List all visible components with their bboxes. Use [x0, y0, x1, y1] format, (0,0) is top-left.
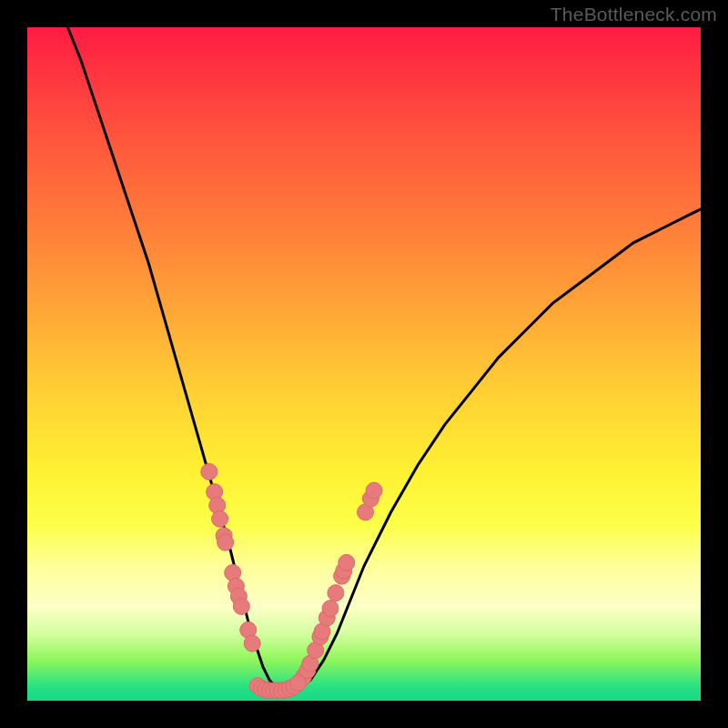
data-marker — [290, 675, 307, 692]
chart-frame: TheBottleneck.com — [0, 0, 728, 728]
data-marker — [201, 463, 217, 480]
plot-area — [27, 27, 701, 701]
data-marker — [328, 585, 344, 602]
bottleneck-curve — [67, 27, 701, 687]
data-marker — [339, 554, 355, 571]
data-marker — [217, 534, 234, 551]
data-marker — [233, 598, 249, 614]
curve-path — [67, 27, 701, 687]
data-markers — [201, 463, 382, 699]
data-marker — [366, 482, 382, 499]
data-marker — [212, 511, 228, 527]
data-marker — [322, 601, 339, 617]
curve-svg — [27, 27, 701, 701]
watermark-text: TheBottleneck.com — [551, 4, 717, 25]
data-marker — [244, 635, 260, 652]
